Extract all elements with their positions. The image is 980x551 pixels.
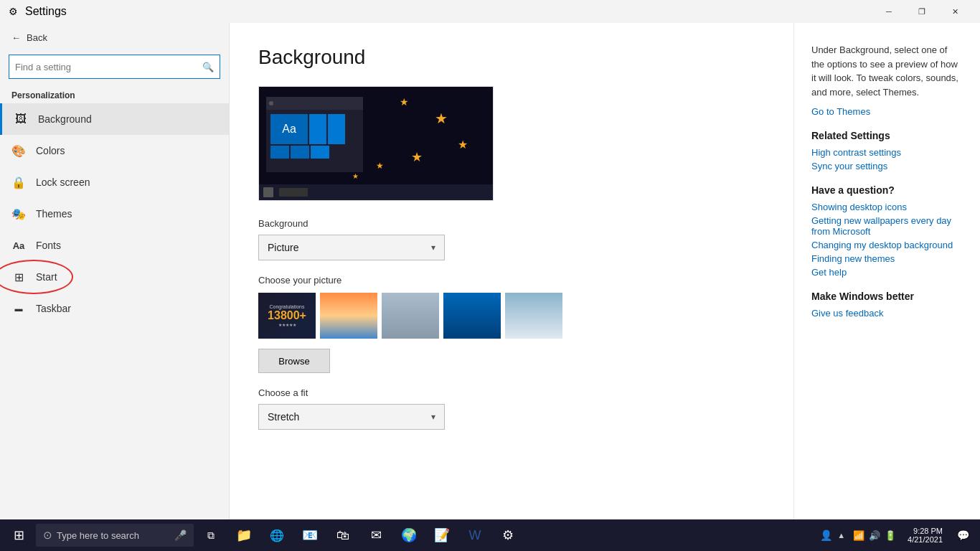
preview-tiles: Aa [266, 110, 363, 163]
preview-tile-sm2 [328, 114, 345, 144]
task-view-button[interactable]: ⧉ [195, 519, 227, 551]
preview-tile-b1 [270, 146, 289, 159]
preview-start [263, 187, 273, 197]
go-to-themes-link[interactable]: Go to Themes [811, 106, 963, 117]
picture-thumb-3[interactable] [382, 293, 439, 339]
background-dropdown[interactable]: Picture ▾ [258, 235, 445, 260]
picture-thumb-4[interactable] [443, 293, 501, 339]
sidebar: ← Back 🔍 Personalization 🖼 Background 🎨 … [0, 23, 230, 519]
chevron-down-icon: ▾ [431, 242, 435, 253]
start-button[interactable]: ⊞ [3, 519, 34, 551]
sticky-notes-icon: 📝 [434, 527, 450, 543]
have-question-title: Have a question? [811, 184, 963, 196]
sidebar-item-label: Colors [36, 145, 65, 156]
sidebar-item-taskbar[interactable]: ▬ Taskbar [0, 293, 229, 324]
minimize-button[interactable]: ─ [872, 0, 905, 23]
showing-icons-link[interactable]: Showing desktop icons [811, 202, 963, 212]
give-feedback-link[interactable]: Give us feedback [811, 308, 963, 319]
star-decoration: ★ [435, 110, 448, 127]
system-tray-chevron[interactable]: ▲ [835, 531, 847, 540]
settings-taskbar-icon: ⚙ [502, 527, 514, 543]
search-input[interactable] [15, 62, 202, 72]
picture-thumb-2[interactable] [320, 293, 377, 339]
search-circle-icon: ⊙ [43, 529, 52, 542]
search-placeholder-text: Type here to search [57, 530, 139, 541]
back-label: Back [27, 32, 47, 43]
colors-nav-icon: 🎨 [11, 144, 26, 158]
word-icon: W [469, 528, 481, 543]
star-decoration: ★ [411, 149, 423, 165]
themes-nav-icon: 🎭 [11, 207, 26, 221]
date-display: 4/21/2021 [908, 535, 943, 544]
fonts-nav-icon: Aa [11, 240, 26, 251]
thumb-congratulations: Congratulations 13800+ ★★★★★ [268, 304, 306, 327]
taskbar-search[interactable]: ⊙ Type here to search 🎤 [36, 524, 194, 547]
changing-bg-link[interactable]: Changing my desktop background [811, 240, 963, 250]
preview-search [279, 188, 308, 197]
sidebar-item-start[interactable]: ⊞ Start [0, 261, 229, 293]
start-nav-icon: ⊞ [11, 270, 26, 284]
clock[interactable]: 9:28 PM 4/21/2021 [902, 527, 948, 544]
sync-settings-link[interactable]: Sync your settings [811, 161, 963, 171]
title-bar-controls: ─ ❐ ✕ [872, 0, 971, 23]
fit-dropdown[interactable]: Stretch ▾ [258, 404, 445, 430]
file-explorer-button[interactable]: 📁 [228, 519, 260, 551]
star-decoration: ★ [458, 138, 468, 151]
background-nav-icon: 🖼 [14, 113, 28, 126]
right-panel: Under Background, select one of the opti… [793, 23, 980, 519]
settings-icon: ⚙ [9, 6, 18, 17]
task-view-icon: ⧉ [207, 529, 215, 542]
fit-chevron-down-icon: ▾ [431, 412, 435, 422]
mail-button[interactable]: ✉ [360, 519, 392, 551]
outlook-icon: 📧 [302, 527, 318, 543]
preview-tile-b3 [311, 146, 329, 159]
edge-button[interactable]: 🌐 [261, 519, 293, 551]
high-contrast-link[interactable]: High contrast settings [811, 147, 963, 158]
picture-row: Congratulations 13800+ ★★★★★ [258, 293, 765, 339]
sticky-notes-button[interactable]: 📝 [426, 519, 458, 551]
word-button[interactable]: W [459, 519, 491, 551]
system-tray-icons: 📶 🔊 🔋 [850, 530, 899, 541]
star-decoration: ★ [400, 96, 409, 108]
preview-tile-aa: Aa [270, 114, 308, 144]
back-button[interactable]: ← Back [0, 23, 229, 52]
time-display: 9:28 PM [908, 527, 943, 535]
file-explorer-icon: 📁 [236, 527, 252, 543]
get-help-link[interactable]: Get help [811, 267, 963, 278]
outlook-button[interactable]: 📧 [294, 519, 326, 551]
restore-button[interactable]: ❐ [905, 0, 938, 23]
browse-button[interactable]: Browse [258, 349, 330, 373]
search-icon: 🔍 [202, 62, 214, 72]
edge-icon: 🌐 [270, 529, 284, 542]
search-box[interactable]: 🔍 [9, 55, 220, 79]
sidebar-item-colors[interactable]: 🎨 Colors [0, 135, 229, 166]
getting-wallpapers-link[interactable]: Getting new wallpapers every day from Mi… [811, 215, 963, 237]
battery-icon: 🔋 [885, 530, 896, 541]
notification-icon: 💬 [957, 529, 969, 541]
sidebar-item-label: Start [36, 271, 57, 283]
related-settings-title: Related Settings [811, 130, 963, 141]
sidebar-item-lock-screen[interactable]: 🔒 Lock screen [0, 166, 229, 198]
preview-tile-sm1 [309, 114, 326, 144]
microphone-icon: 🎤 [174, 529, 187, 541]
settings-taskbar-button[interactable]: ⚙ [492, 519, 524, 551]
sidebar-item-label: Themes [36, 208, 72, 220]
lock-nav-icon: 🔒 [11, 176, 26, 189]
preview-taskbar [259, 184, 493, 200]
sidebar-item-themes[interactable]: 🎭 Themes [0, 198, 229, 230]
close-button[interactable]: ✕ [938, 0, 971, 23]
title-bar: ⚙ Settings ─ ❐ ✕ [0, 0, 980, 23]
finding-themes-link[interactable]: Finding new themes [811, 253, 963, 264]
app-body: ← Back 🔍 Personalization 🖼 Background 🎨 … [0, 23, 980, 519]
sidebar-item-fonts[interactable]: Aa Fonts [0, 230, 229, 261]
chrome-icon: 🌍 [401, 527, 417, 543]
picture-thumb-1[interactable]: Congratulations 13800+ ★★★★★ [258, 293, 316, 339]
chrome-button[interactable]: 🌍 [393, 519, 425, 551]
store-button[interactable]: 🛍 [327, 519, 359, 551]
preview-tile-b2 [291, 146, 309, 159]
info-text: Under Background, select one of the opti… [811, 43, 963, 99]
sidebar-item-background[interactable]: 🖼 Background [0, 103, 229, 135]
picture-thumb-5[interactable] [505, 293, 562, 339]
notification-button[interactable]: 💬 [951, 519, 974, 551]
star-decoration: ★ [376, 161, 384, 171]
